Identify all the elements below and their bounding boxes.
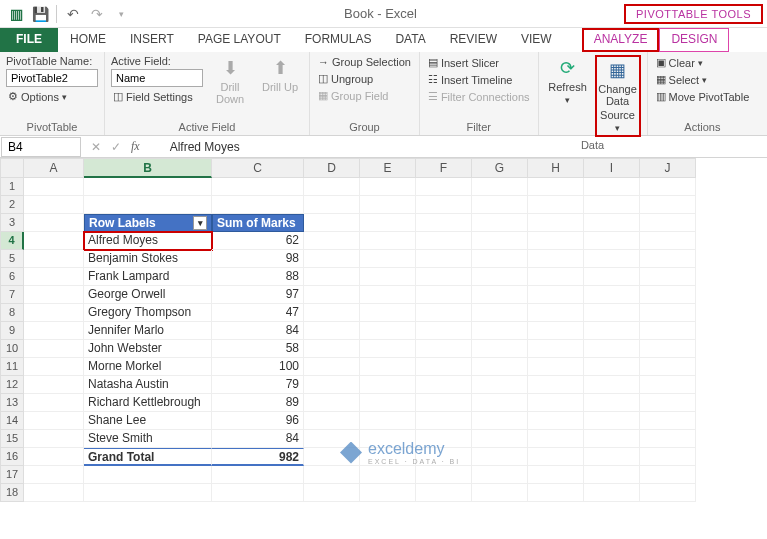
qat-dropdown-icon[interactable]: ▾ xyxy=(111,4,131,24)
row-header[interactable]: 13 xyxy=(0,394,24,412)
cell-D18[interactable] xyxy=(304,484,360,502)
cell-A5[interactable] xyxy=(24,250,84,268)
cell-G6[interactable] xyxy=(472,268,528,286)
insert-slicer-button[interactable]: ▤Insert Slicer xyxy=(426,55,532,70)
cell-E18[interactable] xyxy=(360,484,416,502)
cell-J13[interactable] xyxy=(640,394,696,412)
cell-J10[interactable] xyxy=(640,340,696,358)
cell-H18[interactable] xyxy=(528,484,584,502)
tab-insert[interactable]: INSERT xyxy=(118,28,186,52)
row-header[interactable]: 7 xyxy=(0,286,24,304)
cell-A15[interactable] xyxy=(24,430,84,448)
tab-design[interactable]: DESIGN xyxy=(659,28,729,52)
cell-I6[interactable] xyxy=(584,268,640,286)
cell-A4[interactable] xyxy=(24,232,84,250)
cell-B7[interactable]: George Orwell xyxy=(84,286,212,304)
cell-F12[interactable] xyxy=(416,376,472,394)
cell-E7[interactable] xyxy=(360,286,416,304)
cell-H15[interactable] xyxy=(528,430,584,448)
activefield-input[interactable] xyxy=(111,69,203,87)
cell-B14[interactable]: Shane Lee xyxy=(84,412,212,430)
cell-H6[interactable] xyxy=(528,268,584,286)
filter-connections-button[interactable]: ☰Filter Connections xyxy=(426,89,532,104)
enter-icon[interactable]: ✓ xyxy=(111,140,121,154)
column-header-J[interactable]: J xyxy=(640,158,696,178)
cell-B2[interactable] xyxy=(84,196,212,214)
cell-F1[interactable] xyxy=(416,178,472,196)
tab-pagelayout[interactable]: PAGE LAYOUT xyxy=(186,28,293,52)
cell-G10[interactable] xyxy=(472,340,528,358)
cell-F2[interactable] xyxy=(416,196,472,214)
cell-G7[interactable] xyxy=(472,286,528,304)
cell-B16[interactable]: Grand Total xyxy=(84,448,212,466)
cell-F18[interactable] xyxy=(416,484,472,502)
cell-I17[interactable] xyxy=(584,466,640,484)
select-button[interactable]: ▦Select▾ xyxy=(654,72,752,87)
cell-J3[interactable] xyxy=(640,214,696,232)
tab-file[interactable]: FILE xyxy=(0,28,58,52)
cell-A8[interactable] xyxy=(24,304,84,322)
cell-B8[interactable]: Gregory Thompson xyxy=(84,304,212,322)
fx-icon[interactable]: fx xyxy=(131,139,140,154)
cell-D1[interactable] xyxy=(304,178,360,196)
cell-F13[interactable] xyxy=(416,394,472,412)
row-header[interactable]: 15 xyxy=(0,430,24,448)
cell-C10[interactable]: 58 xyxy=(212,340,304,358)
cell-I18[interactable] xyxy=(584,484,640,502)
tab-review[interactable]: REVIEW xyxy=(438,28,509,52)
cell-C6[interactable]: 88 xyxy=(212,268,304,286)
undo-icon[interactable]: ↶ xyxy=(63,4,83,24)
cell-J15[interactable] xyxy=(640,430,696,448)
column-header-C[interactable]: C xyxy=(212,158,304,178)
cell-H3[interactable] xyxy=(528,214,584,232)
cell-D9[interactable] xyxy=(304,322,360,340)
cell-A9[interactable] xyxy=(24,322,84,340)
cell-F6[interactable] xyxy=(416,268,472,286)
dropdown-icon[interactable]: ▾ xyxy=(193,216,207,230)
cell-E6[interactable] xyxy=(360,268,416,286)
column-header-B[interactable]: B xyxy=(84,158,212,178)
cell-G9[interactable] xyxy=(472,322,528,340)
cell-H8[interactable] xyxy=(528,304,584,322)
cell-D3[interactable] xyxy=(304,214,360,232)
cell-H9[interactable] xyxy=(528,322,584,340)
change-data-source-button[interactable]: ▦Change DataSource ▾ xyxy=(595,55,641,137)
cell-J7[interactable] xyxy=(640,286,696,304)
cell-H4[interactable] xyxy=(528,232,584,250)
cell-J5[interactable] xyxy=(640,250,696,268)
cell-F9[interactable] xyxy=(416,322,472,340)
cell-A7[interactable] xyxy=(24,286,84,304)
row-header[interactable]: 17 xyxy=(0,466,24,484)
cell-B11[interactable]: Morne Morkel xyxy=(84,358,212,376)
cell-J8[interactable] xyxy=(640,304,696,322)
cell-H1[interactable] xyxy=(528,178,584,196)
cell-I5[interactable] xyxy=(584,250,640,268)
cell-E13[interactable] xyxy=(360,394,416,412)
cell-E12[interactable] xyxy=(360,376,416,394)
cell-J11[interactable] xyxy=(640,358,696,376)
cell-H10[interactable] xyxy=(528,340,584,358)
cell-J2[interactable] xyxy=(640,196,696,214)
cell-A1[interactable] xyxy=(24,178,84,196)
cell-I13[interactable] xyxy=(584,394,640,412)
cell-G11[interactable] xyxy=(472,358,528,376)
cell-I7[interactable] xyxy=(584,286,640,304)
cell-J1[interactable] xyxy=(640,178,696,196)
cell-A11[interactable] xyxy=(24,358,84,376)
cancel-icon[interactable]: ✕ xyxy=(91,140,101,154)
cell-H17[interactable] xyxy=(528,466,584,484)
cell-D17[interactable] xyxy=(304,466,360,484)
row-header[interactable]: 5 xyxy=(0,250,24,268)
cell-D11[interactable] xyxy=(304,358,360,376)
cell-E1[interactable] xyxy=(360,178,416,196)
cell-D4[interactable] xyxy=(304,232,360,250)
cell-B15[interactable]: Steve Smith xyxy=(84,430,212,448)
cell-G12[interactable] xyxy=(472,376,528,394)
cell-F17[interactable] xyxy=(416,466,472,484)
cell-J17[interactable] xyxy=(640,466,696,484)
cell-E4[interactable] xyxy=(360,232,416,250)
cell-C13[interactable]: 89 xyxy=(212,394,304,412)
row-header[interactable]: 11 xyxy=(0,358,24,376)
cell-E11[interactable] xyxy=(360,358,416,376)
row-header[interactable]: 9 xyxy=(0,322,24,340)
